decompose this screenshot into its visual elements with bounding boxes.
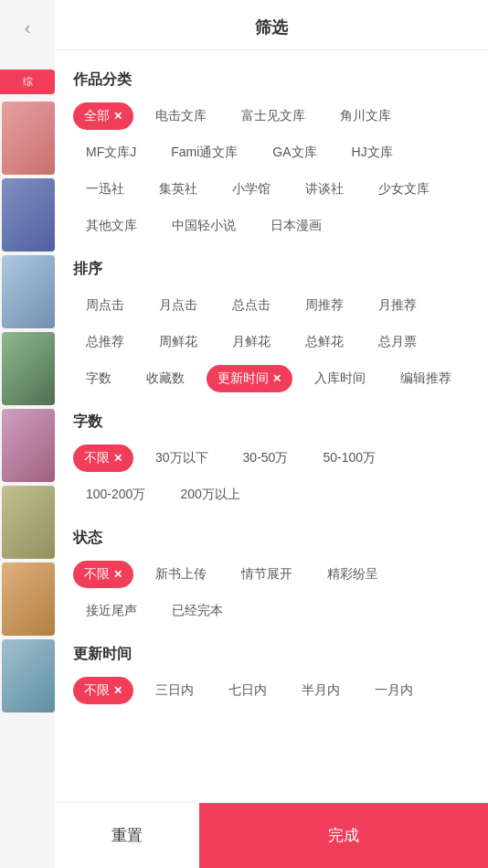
section-wordcount: 字数 不限 ✕ 30万以下 30-50万 50-100万 100-200万 20…: [73, 413, 470, 509]
tag-category-13[interactable]: 其他文库: [73, 212, 150, 240]
tag-status-2[interactable]: 情节展开: [228, 561, 305, 588]
tag-updatetime-0[interactable]: 不限 ✕: [73, 677, 133, 704]
tag-wordcount-1[interactable]: 30万以下: [143, 445, 221, 472]
tag-category-10[interactable]: 小学馆: [219, 176, 283, 203]
tag-category-1[interactable]: 电击文库: [143, 102, 219, 130]
tag-sort-8[interactable]: 总鲜花: [292, 328, 356, 356]
tag-sort-13[interactable]: 入库时间: [302, 365, 378, 392]
tag-category-5[interactable]: Fami通文库: [158, 139, 250, 166]
panel-title: 筛选: [255, 18, 288, 37]
tag-wordcount-0[interactable]: 不限 ✕: [73, 445, 133, 472]
tag-updatetime-4[interactable]: 一月内: [362, 677, 426, 704]
footer: 重置 完成: [55, 802, 488, 868]
close-icon: ✕: [113, 110, 122, 123]
tag-status-1[interactable]: 新书上传: [143, 561, 219, 588]
sort-tags: 周点击 月点击 总点击 周推荐 月推荐 总推荐 周鲜花 月鲜花 总鲜花 总月票 …: [73, 292, 470, 392]
tag-category-9[interactable]: 集英社: [146, 176, 210, 203]
section-category: 作品分类 全部 ✕ 电击文库 富士见文库 角川文库 MF文库J Fami通文库 …: [73, 70, 470, 240]
section-sort-title: 排序: [73, 260, 470, 279]
tag-wordcount-3[interactable]: 50-100万: [310, 445, 388, 472]
tag-status-3[interactable]: 精彩纷呈: [314, 561, 391, 588]
tag-category-4[interactable]: MF文库J: [73, 139, 149, 166]
close-icon: ✕: [113, 452, 122, 465]
tag-sort-6[interactable]: 周鲜花: [146, 328, 210, 356]
tag-sort-1[interactable]: 月点击: [146, 292, 210, 319]
tag-sort-0[interactable]: 周点击: [73, 292, 137, 319]
back-button[interactable]: ‹: [0, 0, 55, 55]
tag-sort-14[interactable]: 编辑推荐: [387, 365, 464, 392]
tag-sort-12[interactable]: 更新时间 ✕: [207, 365, 292, 392]
tag-sort-2[interactable]: 总点击: [219, 292, 283, 319]
close-icon: ✕: [272, 372, 281, 385]
tag-category-3[interactable]: 角川文库: [327, 102, 404, 130]
tag-sort-11[interactable]: 收藏数: [133, 365, 197, 392]
tag-wordcount-4[interactable]: 100-200万: [73, 481, 158, 509]
wordcount-tags: 不限 ✕ 30万以下 30-50万 50-100万 100-200万 200万以…: [73, 445, 470, 509]
back-icon: ‹: [25, 17, 31, 38]
tag-category-14[interactable]: 中国轻小说: [159, 212, 249, 240]
tag-sort-10[interactable]: 字数: [73, 365, 124, 392]
tag-sort-4[interactable]: 月推荐: [366, 292, 430, 319]
tag-status-0[interactable]: 不限 ✕: [73, 561, 133, 588]
close-icon: ✕: [113, 568, 122, 581]
section-updatetime: 更新时间 不限 ✕ 三日内 七日内 半月内 一月内: [73, 645, 470, 704]
tag-category-15[interactable]: 日本漫画: [258, 212, 334, 240]
tag-updatetime-2[interactable]: 七日内: [216, 677, 280, 704]
tag-category-11[interactable]: 讲谈社: [292, 176, 356, 203]
tag-status-4[interactable]: 接近尾声: [73, 597, 150, 625]
tag-sort-9[interactable]: 总月票: [366, 328, 430, 356]
section-category-title: 作品分类: [73, 70, 470, 90]
tag-wordcount-2[interactable]: 30-50万: [230, 445, 302, 472]
tag-category-7[interactable]: HJ文库: [339, 139, 406, 166]
reset-button[interactable]: 重置: [55, 803, 199, 868]
tag-category-8[interactable]: 一迅社: [73, 176, 137, 203]
tag-category-12[interactable]: 少女文库: [366, 176, 442, 203]
panel-header: 筛选: [55, 0, 488, 50]
tag-sort-5[interactable]: 总推荐: [73, 328, 137, 356]
sidebar-active-tab[interactable]: 综: [0, 70, 55, 94]
section-status: 状态 不限 ✕ 新书上传 情节展开 精彩纷呈 接近尾声 已经完本: [73, 529, 470, 625]
confirm-button[interactable]: 完成: [199, 803, 488, 868]
tag-category-6[interactable]: GA文库: [260, 139, 329, 166]
section-updatetime-title: 更新时间: [73, 645, 470, 664]
status-tags: 不限 ✕ 新书上传 情节展开 精彩纷呈 接近尾声 已经完本: [73, 561, 470, 625]
category-tags: 全部 ✕ 电击文库 富士见文库 角川文库 MF文库J Fami通文库 GA文库 …: [73, 102, 470, 240]
section-wordcount-title: 字数: [73, 413, 470, 432]
tag-category-0[interactable]: 全部 ✕: [73, 102, 133, 130]
close-icon: ✕: [113, 684, 122, 697]
tag-updatetime-3[interactable]: 半月内: [289, 677, 353, 704]
tag-category-2[interactable]: 富士见文库: [228, 102, 318, 130]
tag-sort-7[interactable]: 月鲜花: [219, 328, 283, 356]
tag-wordcount-5[interactable]: 200万以上: [167, 481, 252, 509]
filter-content: 作品分类 全部 ✕ 电击文库 富士见文库 角川文库 MF文库J Fami通文库 …: [55, 50, 488, 868]
tag-status-5[interactable]: 已经完本: [159, 597, 236, 625]
filter-panel: 筛选 作品分类 全部 ✕ 电击文库 富士见文库 角川文库 MF文库J Fami通…: [55, 0, 488, 868]
sidebar: 综: [0, 0, 55, 868]
section-status-title: 状态: [73, 529, 470, 548]
updatetime-tags: 不限 ✕ 三日内 七日内 半月内 一月内: [73, 677, 470, 704]
tag-updatetime-1[interactable]: 三日内: [143, 677, 207, 704]
section-sort: 排序 周点击 月点击 总点击 周推荐 月推荐 总推荐 周鲜花 月鲜花 总鲜花 总…: [73, 260, 470, 392]
tag-sort-3[interactable]: 周推荐: [292, 292, 356, 319]
